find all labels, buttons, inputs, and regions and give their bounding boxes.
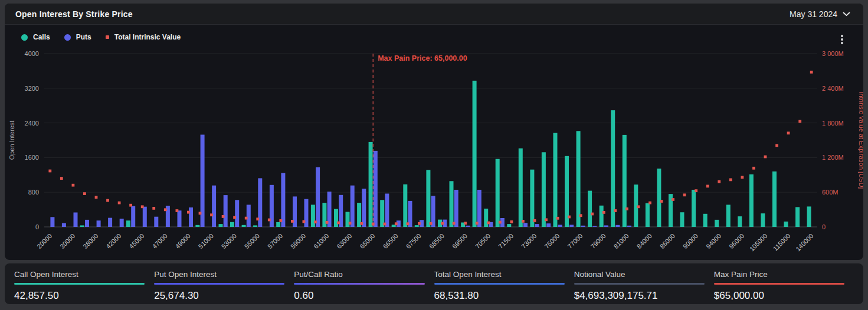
svg-text:800: 800 <box>28 189 39 196</box>
calls-swatch-icon <box>21 34 28 41</box>
svg-text:600M: 600M <box>822 189 838 196</box>
stat-label: Notional Value <box>574 270 705 279</box>
legend-label: Total Intrinsic Value <box>114 33 181 41</box>
stat-label: Put/Call Ratio <box>294 270 424 279</box>
svg-text:Max Pain Price: 65,000.00: Max Pain Price: 65,000.00 <box>378 54 467 62</box>
stat-label: Put Open Interest <box>154 270 284 279</box>
stat-value: $65,000.00 <box>714 290 844 302</box>
svg-text:42000: 42000 <box>104 232 122 250</box>
stat-underline <box>714 283 844 285</box>
stat-value: 68,531.80 <box>434 290 565 302</box>
stat-underline <box>154 283 284 285</box>
svg-text:84000: 84000 <box>636 232 653 250</box>
svg-text:66500: 66500 <box>382 232 399 250</box>
svg-text:45000: 45000 <box>127 232 145 250</box>
total-intrinsic-value-swatch-icon <box>106 35 109 39</box>
stat-label: Total Open Interest <box>434 270 565 279</box>
svg-text:90000: 90000 <box>682 232 699 250</box>
chart-body: CallsPutsTotal Intrinsic Value 00800600M… <box>5 25 863 259</box>
stat-label: Call Open Interest <box>14 270 145 279</box>
stat-value: 42,857.50 <box>14 290 145 302</box>
svg-text:30000: 30000 <box>58 232 76 250</box>
svg-text:86000: 86000 <box>659 232 676 250</box>
svg-text:115000: 115000 <box>772 232 792 252</box>
stat-value: 0.60 <box>294 290 424 302</box>
svg-text:67500: 67500 <box>405 232 422 250</box>
svg-text:4000: 4000 <box>25 50 39 57</box>
legend-item-puts[interactable]: Puts <box>64 33 91 41</box>
stat-value: $4,693,309,175.71 <box>574 290 705 302</box>
legend-label: Puts <box>76 33 91 41</box>
svg-text:140000: 140000 <box>794 232 814 252</box>
svg-text:3 000M: 3 000M <box>822 50 844 57</box>
svg-text:51000: 51000 <box>197 232 215 250</box>
svg-text:0: 0 <box>822 223 826 230</box>
expiry-date-selector[interactable]: May 31 2024 <box>790 9 850 19</box>
svg-text:94000: 94000 <box>705 232 722 250</box>
stat-put-call-ratio: Put/Call Ratio0.60 <box>294 270 434 304</box>
svg-text:1 200M: 1 200M <box>822 154 844 161</box>
svg-text:69500: 69500 <box>451 232 469 250</box>
svg-text:2 400M: 2 400M <box>822 85 844 92</box>
open-interest-combo-chart: 00800600M16001 200M24001 800M32002 400M4… <box>5 25 863 259</box>
stat-underline <box>434 283 565 285</box>
svg-text:55000: 55000 <box>243 232 261 250</box>
svg-text:70500: 70500 <box>474 232 492 250</box>
chevron-down-icon <box>843 12 850 17</box>
expiry-date-label: May 31 2024 <box>790 9 837 19</box>
stat-max-pain-price: Max Pain Price$65,000.00 <box>714 270 854 304</box>
legend-item-total-intrinsic-value[interactable]: Total Intrinsic Value <box>106 33 181 41</box>
stat-notional-value: Notional Value$4,693,309,175.71 <box>574 270 714 304</box>
svg-text:1600: 1600 <box>25 154 39 161</box>
svg-text:57000: 57000 <box>266 232 284 250</box>
svg-text:53000: 53000 <box>220 232 238 250</box>
svg-text:Intrinsic Value at Expiration: Intrinsic Value at Expiration [USD] <box>858 92 863 189</box>
stat-label: Max Pain Price <box>714 270 844 279</box>
svg-text:65000: 65000 <box>358 232 376 250</box>
svg-text:63000: 63000 <box>335 232 353 250</box>
puts-swatch-icon <box>64 34 71 41</box>
svg-text:73000: 73000 <box>520 232 538 250</box>
open-interest-chart-card: Open Interest By Strike Price May 31 202… <box>5 4 863 260</box>
legend-item-calls[interactable]: Calls <box>21 33 50 41</box>
svg-text:96000: 96000 <box>728 232 745 250</box>
stat-underline <box>14 283 145 285</box>
svg-text:47000: 47000 <box>151 232 169 250</box>
svg-text:59000: 59000 <box>289 232 307 250</box>
svg-text:79000: 79000 <box>589 232 607 250</box>
svg-text:0: 0 <box>35 223 39 230</box>
svg-text:75000: 75000 <box>543 232 561 250</box>
svg-text:81000: 81000 <box>612 232 630 250</box>
stat-underline <box>574 283 705 285</box>
svg-text:71500: 71500 <box>497 232 515 250</box>
chart-options-menu-icon[interactable] <box>837 34 847 45</box>
stat-call-open-interest: Call Open Interest42,857.50 <box>14 270 154 304</box>
svg-text:68500: 68500 <box>428 232 446 250</box>
svg-text:61000: 61000 <box>312 232 330 250</box>
svg-text:38000: 38000 <box>81 232 99 250</box>
stat-value: 25,674.30 <box>154 290 284 302</box>
summary-stats-bar: Call Open Interest42,857.50Put Open Inte… <box>5 263 863 304</box>
card-header: Open Interest By Strike Price May 31 202… <box>5 4 863 25</box>
svg-text:1 800M: 1 800M <box>822 120 844 127</box>
svg-text:77000: 77000 <box>566 232 584 250</box>
svg-text:2400: 2400 <box>25 120 39 127</box>
stat-total-open-interest: Total Open Interest68,531.80 <box>434 270 574 304</box>
svg-text:49000: 49000 <box>174 232 192 250</box>
svg-text:20000: 20000 <box>35 232 53 250</box>
svg-text:3200: 3200 <box>25 85 39 92</box>
svg-text:Open Interest: Open Interest <box>8 121 15 160</box>
stat-underline <box>294 283 424 285</box>
stat-put-open-interest: Put Open Interest25,674.30 <box>154 270 294 304</box>
legend-label: Calls <box>33 33 50 41</box>
chart-legend: CallsPutsTotal Intrinsic Value <box>21 33 181 41</box>
svg-text:105000: 105000 <box>748 232 768 252</box>
chart-title: Open Interest By Strike Price <box>15 9 133 19</box>
